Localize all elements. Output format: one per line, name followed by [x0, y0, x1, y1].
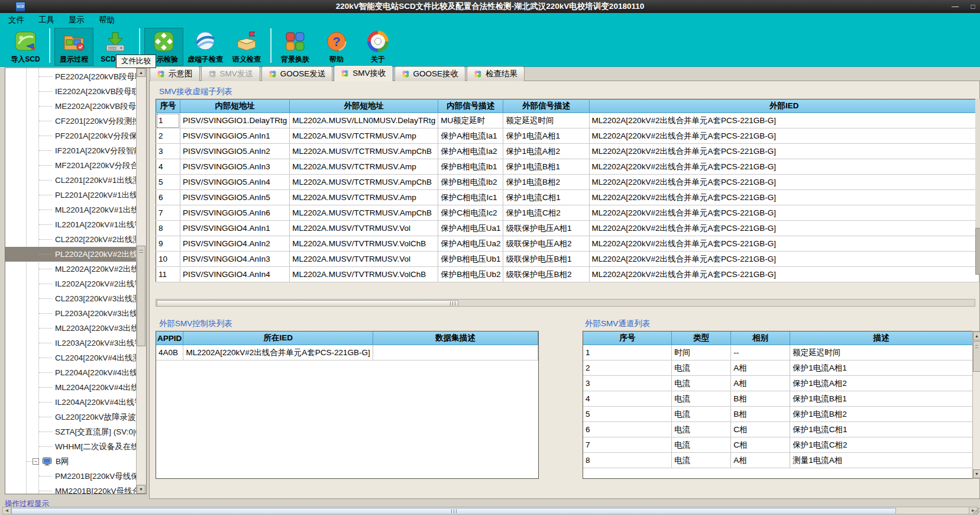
- main-table-scrollbar-thumb[interactable]: [975, 228, 980, 275]
- import-scd-button[interactable]: 导入SCD: [6, 28, 45, 66]
- background-skin-button[interactable]: 背景换肤: [276, 28, 315, 66]
- table-row[interactable]: 10PISV/SVINGGIO4.AnIn3ML2202A.MUSV/TVTRM…: [156, 252, 979, 267]
- table-cell: PISV/SVINGGIO5.AnIn3: [180, 159, 289, 175]
- table-row[interactable]: 2电流A相保护1电流A相1: [583, 360, 973, 376]
- table-row[interactable]: 9PISV/SVINGGIO4.AnIn2ML2202A.MUSV/TVTRMU…: [156, 236, 979, 252]
- table-row[interactable]: 3PISV/SVINGGIO5.AnIn2ML2202A.MUSV/TCTRMU…: [156, 144, 979, 159]
- tree-item[interactable]: PL2203A[220kV#3出线保...: [5, 306, 137, 321]
- tree-item[interactable]: ME2202A[220kVB段母联...: [5, 99, 137, 114]
- tree-item[interactable]: ML2202A[220kV#2出线...: [5, 262, 137, 276]
- tab-smv-send[interactable]: SMV发送: [201, 66, 260, 81]
- column-header[interactable]: 相别: [731, 331, 790, 345]
- tree-item[interactable]: IL2203A[220kV#3出线智...: [5, 336, 137, 350]
- table-row[interactable]: 4电流B相保护1电流B相1: [583, 391, 973, 407]
- table-cell: 6: [156, 190, 180, 205]
- tab-goose-send[interactable]: GOOSE发送: [261, 66, 333, 81]
- column-header[interactable]: 外部短地址: [290, 99, 438, 113]
- maximize-button[interactable]: □: [968, 2, 978, 11]
- table-row[interactable]: 5电流B相保护1电流B相2: [583, 407, 973, 422]
- menu-tools[interactable]: 工具: [38, 15, 54, 25]
- tree-item[interactable]: ML2204A[220kV#4出线...: [5, 380, 137, 395]
- tree-item[interactable]: SZTA[交直流屏] (SV:0|0,G...: [5, 424, 137, 439]
- scroll-left-arrow-icon[interactable]: ◄: [3, 507, 11, 514]
- tree-item[interactable]: CL2201[220kV#1出线测...: [5, 173, 137, 188]
- table-row[interactable]: 6电流C相保护1电流C相1: [583, 422, 973, 437]
- column-header[interactable]: 描述: [790, 331, 973, 345]
- minimize-button[interactable]: —: [950, 2, 960, 11]
- tree-item[interactable]: CL2203[220kV#3出线测...: [5, 291, 137, 306]
- scroll-up-arrow-icon[interactable]: ▲: [137, 68, 145, 77]
- tree-item[interactable]: IF2201A[220kV分段智能...: [5, 143, 137, 158]
- tree-item[interactable]: PL2204A[220kV#4出线保...: [5, 365, 137, 380]
- about-button[interactable]: 关于: [358, 28, 397, 66]
- column-header[interactable]: 内部短地址: [180, 99, 289, 113]
- column-header[interactable]: 序号: [583, 331, 672, 345]
- channel-table-scrollbar[interactable]: ▲ ▼: [972, 331, 980, 479]
- table-row[interactable]: 3电流A相保护1电流A相2: [583, 376, 973, 391]
- tree-item[interactable]: MM2201B[220kV母线合...: [5, 484, 137, 494]
- column-header[interactable]: 数据集描述: [373, 331, 538, 345]
- tab-smv-receive[interactable]: SMV接收: [334, 65, 393, 81]
- column-header[interactable]: 类型: [672, 331, 731, 345]
- tree-item[interactable]: GL220[220kV故障录波] (...: [5, 410, 137, 424]
- tree-item[interactable]: IL2201A[220kV#1出线智...: [5, 217, 137, 232]
- collapse-toggle-icon[interactable]: −: [33, 458, 39, 465]
- tree-item[interactable]: ML2203A[220kV#3出线...: [5, 321, 137, 336]
- bottom-horizontal-scrollbar[interactable]: ◄ ►: [2, 507, 978, 514]
- table-row[interactable]: 2PISV/SVINGGIO5.AnIn1ML2202A.MUSV/TCTRMU…: [156, 128, 979, 144]
- main-table-hscrollbar-thumb[interactable]: [157, 300, 458, 307]
- tree-item[interactable]: PL2202A[220kV#2出线保...: [5, 247, 137, 262]
- tab-schematic[interactable]: 示意图: [150, 66, 200, 81]
- virtual-terminal-check-button[interactable]: 虚端子检查: [186, 28, 225, 66]
- table-row[interactable]: 8PISV/SVINGGIO4.AnIn1ML2202A.MUSV/TVTRMU…: [156, 221, 979, 236]
- scroll-up-arrow-icon[interactable]: ▲: [973, 331, 980, 340]
- table-row[interactable]: 1时间--额定延迟时间: [583, 345, 973, 360]
- table-row[interactable]: 4PISV/SVINGGIO5.AnIn3ML2202A.MUSV/TCTRMU…: [156, 159, 979, 175]
- semantic-check-button[interactable]: 语义检查: [227, 28, 266, 66]
- menu-help[interactable]: 帮助: [99, 15, 115, 25]
- table-row[interactable]: 6PISV/SVINGGIO5.AnIn5ML2202A.MUSV/TCTRMU…: [156, 190, 979, 205]
- tab-check-result[interactable]: 检查结果: [467, 66, 525, 81]
- display-process-button[interactable]: 显示过程: [54, 28, 93, 66]
- table-row[interactable]: 11PISV/SVINGGIO4.AnIn4ML2202A.MUSV/TVTRM…: [156, 267, 979, 282]
- tree-scrollbar[interactable]: ▲ ▼: [136, 68, 146, 494]
- tree-item[interactable]: ML2201A[220kV#1出线...: [5, 202, 137, 217]
- tree-item[interactable]: WHHM[二次设备及在线...: [5, 439, 137, 454]
- tree-item[interactable]: MF2201A[220kV分段合...: [5, 158, 137, 173]
- column-header[interactable]: APPID: [156, 331, 183, 345]
- column-header[interactable]: 序号: [156, 99, 180, 113]
- channel-scrollbar-thumb[interactable]: [973, 341, 980, 372]
- bottom-scrollbar-thumb[interactable]: [11, 508, 896, 514]
- table-row[interactable]: 7PISV/SVINGGIO5.AnIn6ML2202A.MUSV/TCTRMU…: [156, 205, 979, 221]
- tree-item[interactable]: PL2201A[220kV#1出线保...: [5, 188, 137, 202]
- table-row[interactable]: 5PISV/SVINGGIO5.AnIn4ML2202A.MUSV/TCTRMU…: [156, 175, 979, 190]
- help-button[interactable]: ?帮助: [317, 28, 356, 66]
- tree-item[interactable]: IE2202A[220kVB段母联...: [5, 84, 137, 99]
- tree-item[interactable]: CF2201[220kV分段测控P...: [5, 114, 137, 128]
- menu-view[interactable]: 显示: [69, 15, 85, 25]
- column-header[interactable]: 内部信号描述: [438, 99, 503, 113]
- main-table-horizontal-scrollbar[interactable]: [156, 299, 975, 307]
- tree-item[interactable]: IL2204A[220kV#4出线智...: [5, 395, 137, 410]
- tree-item[interactable]: CL2202[220kV#2出线测...: [5, 232, 137, 247]
- table-row[interactable]: 7电流C相保护1电流C相2: [583, 437, 973, 453]
- tab-goose-receive[interactable]: GOOSE接收: [394, 66, 466, 81]
- scroll-down-arrow-icon[interactable]: ▼: [973, 469, 980, 478]
- tree-item[interactable]: PM2201B[220kV母线保...: [5, 469, 137, 484]
- table-row[interactable]: 4A0BML2202A[220kV#2出线合并单元A套PCS-221GB-G]: [156, 345, 538, 360]
- window-resize-grip[interactable]: [972, 507, 979, 514]
- tree-scrollbar-thumb[interactable]: [137, 246, 145, 346]
- column-header[interactable]: 外部信号描述: [503, 99, 589, 113]
- main-table-vertical-scrollbar[interactable]: [975, 99, 980, 275]
- menu-file[interactable]: 文件: [8, 15, 24, 25]
- column-header[interactable]: 外部IED: [589, 99, 979, 113]
- table-row[interactable]: 1PISV/SVINGGIO1.DelayTRtgML2202A.MUSV/LL…: [156, 113, 979, 128]
- tree-item[interactable]: CL2204[220kV#4出线测...: [5, 350, 137, 365]
- table-row[interactable]: 8电流A相测量1电流A相: [583, 453, 973, 468]
- tree-node-bnet[interactable]: −B网: [5, 454, 137, 469]
- column-header[interactable]: 所在IED: [183, 331, 373, 345]
- scroll-down-arrow-icon[interactable]: ▼: [137, 485, 145, 494]
- tree-item[interactable]: PE2202A[220kVB段母联...: [5, 69, 137, 84]
- tree-item[interactable]: PF2201A[220kV分段保护...: [5, 128, 137, 143]
- tree-item[interactable]: IL2202A[220kV#2出线智...: [5, 276, 137, 291]
